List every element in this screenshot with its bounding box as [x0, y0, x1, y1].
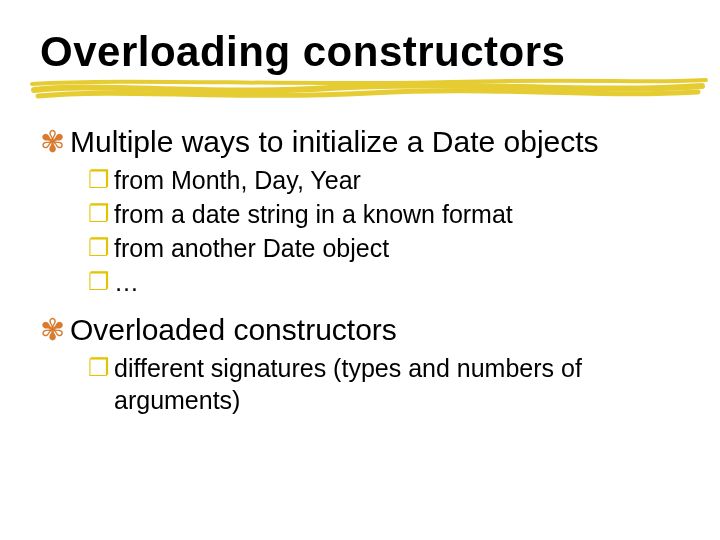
section-heading: Overloaded constructors	[70, 312, 397, 348]
list-item: ❐ different signatures (types and number…	[88, 352, 680, 416]
sub-item-text: …	[114, 266, 139, 298]
list-item: ❐ from Month, Day, Year	[88, 164, 680, 196]
box-bullet-icon: ❐	[88, 198, 114, 230]
sub-item-text: different signatures (types and numbers …	[114, 352, 680, 416]
box-bullet-icon: ❐	[88, 352, 114, 384]
list-item: ❐ from a date string in a known format	[88, 198, 680, 230]
list-item: ✾ Overloaded constructors	[40, 312, 680, 348]
box-bullet-icon: ❐	[88, 232, 114, 264]
section-0: ✾ Multiple ways to initialize a Date obj…	[40, 124, 680, 298]
section-heading: Multiple ways to initialize a Date objec…	[70, 124, 599, 160]
list-item: ✾ Multiple ways to initialize a Date obj…	[40, 124, 680, 160]
list-item: ❐ …	[88, 266, 680, 298]
flower-bullet-icon: ✾	[40, 124, 70, 160]
title-underline	[40, 82, 680, 104]
list-item: ❐ from another Date object	[88, 232, 680, 264]
box-bullet-icon: ❐	[88, 266, 114, 298]
slide-title: Overloading constructors	[40, 28, 680, 76]
section-1: ✾ Overloaded constructors ❐ different si…	[40, 312, 680, 416]
slide: Overloading constructors ✾ Multiple ways…	[0, 0, 720, 540]
scribble-icon	[30, 76, 710, 102]
box-bullet-icon: ❐	[88, 164, 114, 196]
sub-item-text: from another Date object	[114, 232, 389, 264]
flower-bullet-icon: ✾	[40, 312, 70, 348]
sub-item-text: from a date string in a known format	[114, 198, 513, 230]
sub-item-text: from Month, Day, Year	[114, 164, 361, 196]
